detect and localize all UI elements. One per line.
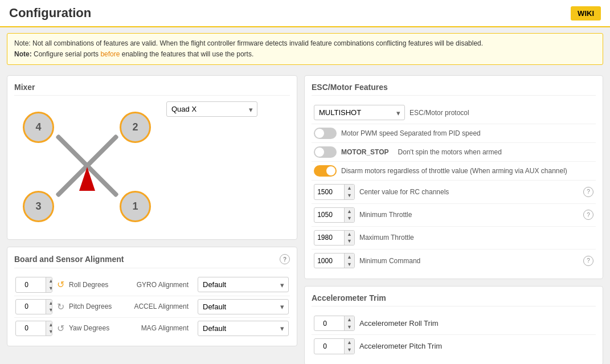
- yaw-degrees-down[interactable]: ▼: [46, 328, 52, 336]
- motor-stop-row: MOTOR_STOP Don't spin the motors when ar…: [312, 143, 596, 162]
- motor-pwm-row: Motor PWM speed Separated from PID speed: [312, 124, 596, 143]
- max-throttle-up[interactable]: ▲: [344, 231, 354, 238]
- pitch-degrees-down[interactable]: ▼: [46, 306, 52, 314]
- pitch-trim-row: ▲ ▼ Accelerometer Pitch Trim: [312, 335, 596, 357]
- pitch-degrees-input-wrap[interactable]: ▲ ▼: [15, 299, 52, 314]
- roll-icon: ↺: [57, 279, 64, 290]
- yaw-degrees-up[interactable]: ▲: [46, 321, 52, 329]
- min-throttle-up[interactable]: ▲: [344, 208, 354, 215]
- protocol-row: MULTISHOT ONESHOT125 ONESHOT42 BRUSHED E…: [312, 101, 596, 124]
- min-throttle-spinner[interactable]: ▲ ▼: [344, 208, 354, 222]
- mag-align-select-wrap[interactable]: Default CW0° CW90°: [198, 321, 289, 336]
- min-command-down[interactable]: ▼: [344, 261, 354, 268]
- mixer-select-wrap[interactable]: Quad X Tri Biquad X Y4 Y6: [166, 101, 257, 117]
- min-throttle-down[interactable]: ▼: [344, 215, 354, 222]
- accel-align-label: ACCEL Alignment: [130, 302, 193, 310]
- motor-3: 3: [23, 191, 54, 222]
- roll-trim-label: Accelerometer Roll Trim: [359, 319, 439, 328]
- center-rc-row: ▲ ▼ Center value for RC channels ?: [312, 181, 596, 203]
- pitch-trim-label: Accelerometer Pitch Trim: [359, 342, 442, 350]
- roll-trim-input-wrap[interactable]: ▲ ▼: [314, 316, 355, 331]
- gyro-align-label: GYRO Alignment: [130, 281, 193, 289]
- quad-diagram: 4 2 3 1: [14, 101, 159, 232]
- roll-label: Roll Degrees: [69, 281, 126, 289]
- pitch-trim-input-wrap[interactable]: ▲ ▼: [314, 338, 355, 354]
- pitch-degrees-up[interactable]: ▲: [46, 300, 52, 307]
- min-command-input[interactable]: [314, 255, 344, 267]
- roll-degrees-spinner[interactable]: ▲ ▼: [46, 277, 52, 292]
- mixer-right: Quad X Tri Biquad X Y4 Y6: [166, 101, 290, 117]
- esc-motor-panel: ESC/Motor Features MULTISHOT ONESHOT125 …: [304, 75, 603, 279]
- mixer-select[interactable]: Quad X Tri Biquad X Y4 Y6: [166, 101, 257, 117]
- roll-align-row: ▲ ▼ ↺ Roll Degrees GYRO Alignment Defaul…: [14, 274, 290, 296]
- center-rc-down[interactable]: ▼: [344, 192, 354, 199]
- pitch-trim-input[interactable]: [314, 341, 344, 352]
- pitch-degrees-spinner[interactable]: ▲ ▼: [46, 300, 52, 314]
- accel-align-select[interactable]: Default CW0° CW90°: [198, 299, 289, 314]
- center-rc-spinner[interactable]: ▲ ▼: [344, 185, 354, 199]
- esc-motor-title: ESC/Motor Features: [312, 83, 596, 96]
- center-rc-up[interactable]: ▲: [344, 185, 354, 192]
- disarm-motors-toggle[interactable]: [314, 165, 337, 177]
- gyro-align-select[interactable]: Default CW0° CW90°: [198, 277, 289, 292]
- board-alignment-panel: Board and Sensor Alignment ? ▲ ▼ ↺ Roll …: [7, 247, 297, 346]
- motor-1: 1: [120, 191, 151, 222]
- pitch-align-row: ▲ ▼ ↻ Pitch Degrees ACCEL Alignment Defa…: [14, 296, 290, 318]
- roll-trim-spinner[interactable]: ▲ ▼: [344, 316, 354, 330]
- center-rc-input[interactable]: [314, 186, 344, 198]
- roll-degrees-up[interactable]: ▲: [46, 277, 52, 285]
- board-alignment-title: Board and Sensor Alignment ?: [14, 254, 290, 268]
- wiki-button[interactable]: WIKI: [571, 6, 601, 21]
- yaw-degrees-spinner[interactable]: ▲ ▼: [46, 321, 52, 336]
- gyro-align-select-wrap[interactable]: Default CW0° CW90°: [198, 277, 289, 292]
- roll-degrees-input[interactable]: [16, 279, 46, 291]
- right-column: ESC/Motor Features MULTISHOT ONESHOT125 …: [304, 75, 603, 364]
- mixer-panel: Mixer 4 2 3 1: [7, 75, 297, 240]
- min-command-label: Minimum Command: [359, 257, 579, 265]
- roll-degrees-down[interactable]: ▼: [46, 285, 52, 292]
- notice-line2: Note: Configure serial ports before enab…: [14, 49, 596, 60]
- roll-trim-row: ▲ ▼ Accelerometer Roll Trim: [312, 312, 596, 335]
- disarm-motors-label: Disarm motors regardless of throttle val…: [341, 167, 593, 175]
- protocol-select-wrap[interactable]: MULTISHOT ONESHOT125 ONESHOT42 BRUSHED: [314, 105, 405, 120]
- roll-degrees-input-wrap[interactable]: ▲ ▼: [15, 277, 52, 292]
- alignment-help-icon[interactable]: ?: [280, 254, 290, 264]
- min-throttle-input-wrap[interactable]: ▲ ▼: [314, 207, 355, 223]
- min-command-spinner[interactable]: ▲ ▼: [344, 253, 354, 268]
- min-command-input-wrap[interactable]: ▲ ▼: [314, 253, 355, 268]
- motor-pwm-toggle[interactable]: [314, 128, 337, 139]
- min-command-up[interactable]: ▲: [344, 253, 354, 261]
- notice-before-link: before: [100, 50, 120, 58]
- yaw-degrees-input-wrap[interactable]: ▲ ▼: [15, 321, 52, 336]
- disarm-motors-row: Disarm motors regardless of throttle val…: [312, 162, 596, 181]
- min-command-help-icon[interactable]: ?: [583, 256, 593, 266]
- max-throttle-spinner[interactable]: ▲ ▼: [344, 231, 354, 245]
- protocol-select[interactable]: MULTISHOT ONESHOT125 ONESHOT42 BRUSHED: [314, 105, 405, 120]
- yaw-degrees-input[interactable]: [16, 322, 46, 334]
- min-throttle-help-icon[interactable]: ?: [583, 210, 593, 220]
- top-bar: Configuration WIKI: [0, 0, 610, 27]
- motor-stop-tag: MOTOR_STOP: [341, 148, 389, 156]
- yaw-align-row: ▲ ▼ ↺ Yaw Degrees MAG Alignment Default …: [14, 318, 290, 339]
- roll-trim-input[interactable]: [314, 318, 344, 329]
- roll-trim-up[interactable]: ▲: [344, 316, 354, 324]
- min-throttle-input[interactable]: [314, 209, 344, 220]
- pitch-degrees-input[interactable]: [16, 301, 46, 312]
- pitch-trim-spinner[interactable]: ▲ ▼: [344, 339, 354, 353]
- center-rc-help-icon[interactable]: ?: [583, 187, 593, 197]
- mag-align-select[interactable]: Default CW0° CW90°: [198, 321, 289, 336]
- accel-align-select-wrap[interactable]: Default CW0° CW90°: [198, 299, 289, 314]
- min-command-row: ▲ ▼ Minimum Command ?: [312, 250, 596, 272]
- main-content: Mixer 4 2 3 1: [0, 71, 610, 364]
- pitch-trim-up[interactable]: ▲: [344, 339, 354, 346]
- max-throttle-input[interactable]: [314, 232, 344, 243]
- max-throttle-input-wrap[interactable]: ▲ ▼: [314, 230, 355, 246]
- max-throttle-down[interactable]: ▼: [344, 238, 354, 245]
- pitch-trim-down[interactable]: ▼: [344, 346, 354, 354]
- min-throttle-row: ▲ ▼ Minimum Throttle ?: [312, 204, 596, 227]
- motor-stop-toggle[interactable]: [314, 146, 337, 158]
- center-rc-input-wrap[interactable]: ▲ ▼: [314, 184, 355, 199]
- roll-trim-down[interactable]: ▼: [344, 324, 354, 331]
- motor-4: 4: [23, 112, 54, 143]
- motor-stop-label: Don't spin the motors when armed: [398, 148, 593, 156]
